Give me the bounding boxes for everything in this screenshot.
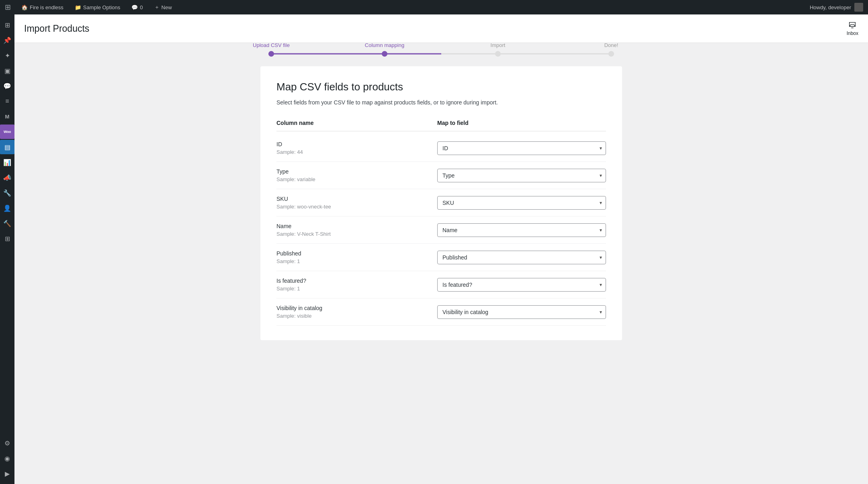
field-select[interactable]: Do not importIDTypeSKUNamePublishedIs fe… (437, 278, 606, 292)
plus-icon: ＋ (154, 4, 160, 11)
column-name-label: Name (276, 223, 437, 229)
page-title: Import Products (24, 23, 89, 34)
column-name-label: Type (276, 168, 437, 175)
map-to-field-header: Map to field (437, 120, 606, 126)
column-sample: Sample: variable (276, 176, 437, 182)
mapping-row: SKUSample: woo-vneck-teeDo not importIDT… (276, 189, 606, 216)
field-select-wrapper: Do not importIDTypeSKUNamePublishedIs fe… (437, 169, 606, 182)
field-select-wrapper: Do not importIDTypeSKUNamePublishedIs fe… (437, 223, 606, 237)
map-to-field-cell: Do not importIDTypeSKUNamePublishedIs fe… (437, 305, 606, 319)
column-name-label: ID (276, 141, 437, 147)
column-name-cell: SKUSample: woo-vneck-tee (276, 196, 437, 210)
sidebar-item-marketing[interactable]: M (0, 109, 14, 124)
field-select-wrapper: Do not importIDTypeSKUNamePublishedIs fe… (437, 196, 606, 210)
column-sample: Sample: 1 (276, 286, 437, 292)
step-done-label: Done! (604, 43, 618, 48)
admin-bar-comments[interactable]: 💬 0 (129, 4, 145, 10)
sidebar-item-dashboard[interactable]: ⊞ (0, 18, 14, 32)
column-name-label: SKU (276, 196, 437, 202)
avatar[interactable] (854, 3, 863, 12)
step-done-dot (608, 51, 614, 57)
comment-icon: 💬 (131, 4, 138, 10)
steps-line-active (268, 53, 441, 55)
step-done: Done! (608, 51, 614, 57)
sidebar-item-comments[interactable]: 💬 (0, 79, 14, 93)
mapping-row: Is featured?Sample: 1Do not importIDType… (276, 271, 606, 298)
column-name-label: Visibility in catalog (276, 305, 437, 311)
steps-bar: Upload CSV file Column mapping Import Do… (268, 51, 614, 57)
field-select[interactable]: Do not importIDTypeSKUNamePublishedIs fe… (437, 223, 606, 237)
sidebar-item-tools[interactable]: 🔧 (0, 186, 14, 200)
admin-bar-sample-options[interactable]: 📁 Sample Options (72, 4, 123, 10)
step-upload-dot (268, 51, 274, 57)
field-select[interactable]: Do not importIDTypeSKUNamePublishedIs fe… (437, 196, 606, 210)
step-column-dot (382, 51, 387, 57)
mapping-row: Visibility in catalogSample: visibleDo n… (276, 298, 606, 326)
page-header: Import Products Inbox (14, 14, 868, 43)
step-import: Import (495, 51, 501, 57)
sidebar-item-users[interactable]: 👤 (0, 201, 14, 215)
column-name-header: Column name (276, 120, 437, 126)
sidebar-item-analytics[interactable]: 📊 (0, 155, 14, 170)
folder-icon: 📁 (75, 4, 81, 10)
site-icon: 🏠 (21, 4, 28, 10)
column-name-cell: Visibility in catalogSample: visible (276, 305, 437, 319)
column-name-label: Is featured? (276, 278, 437, 284)
field-select-wrapper: Do not importIDTypeSKUNamePublishedIs fe… (437, 251, 606, 264)
sidebar-item-posts[interactable]: ✦ (0, 48, 14, 63)
column-sample: Sample: 44 (276, 149, 437, 155)
field-select-wrapper: Do not importIDTypeSKUNamePublishedIs fe… (437, 305, 606, 319)
field-select[interactable]: Do not importIDTypeSKUNamePublishedIs fe… (437, 169, 606, 182)
steps-container: Upload CSV file Column mapping Import Do… (260, 51, 622, 57)
field-select[interactable]: Do not importIDTypeSKUNamePublishedIs fe… (437, 251, 606, 264)
sidebar-item-pages[interactable]: ▣ (0, 63, 14, 78)
column-name-cell: TypeSample: variable (276, 168, 437, 182)
site-name: Fire is endless (30, 4, 63, 10)
map-to-field-cell: Do not importIDTypeSKUNamePublishedIs fe… (437, 223, 606, 237)
map-to-field-cell: Do not importIDTypeSKUNamePublishedIs fe… (437, 169, 606, 182)
column-sample: Sample: V-Neck T-Shirt (276, 231, 437, 237)
step-import-dot (495, 51, 501, 57)
sidebar-item-extra[interactable]: ◉ (0, 451, 14, 466)
column-name-label: Published (276, 250, 437, 257)
admin-bar-new[interactable]: ＋ New (152, 4, 174, 11)
column-name-cell: NameSample: V-Neck T-Shirt (276, 223, 437, 237)
sidebar-item-woo[interactable]: Woo (0, 125, 14, 139)
sidebar-item-settings[interactable]: ⚙ (0, 436, 14, 450)
sidebar: ⊞ 📌 ✦ ▣ 💬 ≡ M Woo ▤ 📊 📣 🔧 👤 🔨 ⊞ ⚙ ◉ ▶ (0, 14, 14, 484)
admin-bar: ⊞ 🏠 Fire is endless 📁 Sample Options 💬 0… (0, 0, 868, 14)
mapping-row: NameSample: V-Neck T-ShirtDo not importI… (276, 216, 606, 244)
wp-logo-icon[interactable]: ⊞ (5, 3, 11, 12)
step-column: Column mapping (382, 51, 387, 57)
sidebar-item-plugins[interactable]: ⊞ (0, 231, 14, 246)
step-column-label: Column mapping (365, 43, 404, 48)
inbox-button[interactable]: Inbox (847, 21, 858, 36)
sidebar-item-menu[interactable]: ≡ (0, 94, 14, 108)
mapping-row: PublishedSample: 1Do not importIDTypeSKU… (276, 244, 606, 271)
sidebar-item-pin[interactable]: 📌 (0, 33, 14, 47)
field-select-wrapper: Do not importIDTypeSKUNamePublishedIs fe… (437, 278, 606, 292)
map-to-field-cell: Do not importIDTypeSKUNamePublishedIs fe… (437, 141, 606, 155)
column-name-cell: Is featured?Sample: 1 (276, 278, 437, 292)
column-sample: Sample: woo-vneck-tee (276, 204, 437, 210)
field-select[interactable]: Do not importIDTypeSKUNamePublishedIs fe… (437, 305, 606, 319)
step-upload-label: Upload CSV file (253, 43, 290, 48)
card-description: Select fields from your CSV file to map … (276, 98, 606, 107)
card-title: Map CSV fields to products (276, 81, 606, 93)
mapping-card: Map CSV fields to products Select fields… (260, 66, 622, 340)
admin-bar-site[interactable]: 🏠 Fire is endless (19, 4, 66, 10)
inbox-icon (848, 21, 857, 30)
map-to-field-cell: Do not importIDTypeSKUNamePublishedIs fe… (437, 278, 606, 292)
field-select[interactable]: Do not importIDTypeSKUNamePublishedIs fe… (437, 141, 606, 155)
sidebar-item-play[interactable]: ▶ (0, 466, 14, 481)
map-to-field-cell: Do not importIDTypeSKUNamePublishedIs fe… (437, 196, 606, 210)
field-select-wrapper: Do not importIDTypeSKUNamePublishedIs fe… (437, 141, 606, 155)
column-name-cell: IDSample: 44 (276, 141, 437, 155)
column-sample: Sample: 1 (276, 258, 437, 264)
column-sample: Sample: visible (276, 313, 437, 319)
sidebar-item-products[interactable]: ▤ (0, 140, 14, 154)
sidebar-item-promotions[interactable]: 📣 (0, 170, 14, 185)
inbox-label: Inbox (847, 31, 858, 36)
page-content: Upload CSV file Column mapping Import Do… (14, 43, 868, 484)
sidebar-item-appearance[interactable]: 🔨 (0, 216, 14, 231)
